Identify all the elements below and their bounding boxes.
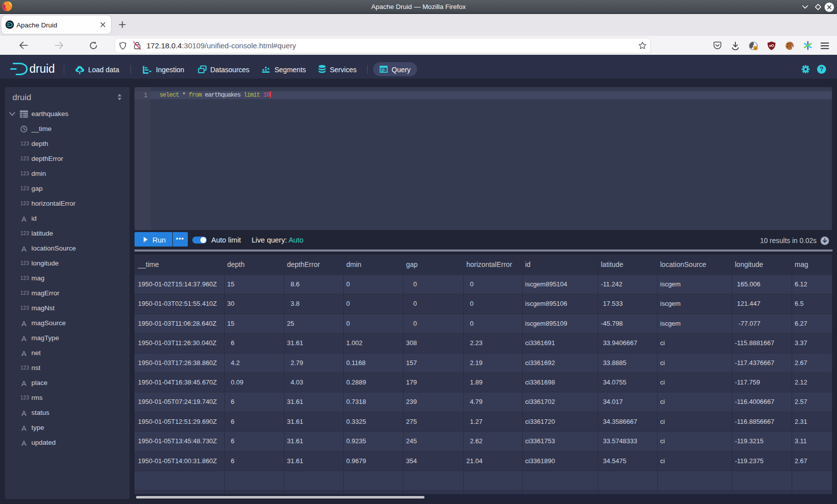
svg-text:uO: uO <box>769 44 774 47</box>
